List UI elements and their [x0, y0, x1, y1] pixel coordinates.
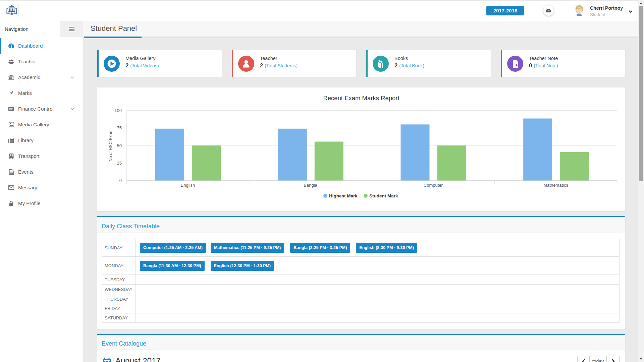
svg-text:25: 25 — [117, 161, 122, 166]
svg-text:Computer: Computer — [424, 183, 443, 188]
svg-text:English: English — [181, 183, 195, 188]
svg-text:50: 50 — [117, 143, 122, 148]
svg-text:100: 100 — [114, 108, 122, 113]
svg-text:75: 75 — [117, 125, 122, 130]
svg-text:Student Mark: Student Mark — [369, 193, 398, 198]
svg-text:VISA: VISA — [9, 108, 13, 110]
svg-text:Bangla: Bangla — [304, 183, 317, 188]
svg-text:No of HSC Exam: No of HSC Exam — [108, 129, 113, 161]
svg-text:Mathematics: Mathematics — [543, 183, 568, 188]
svg-text:0: 0 — [119, 178, 122, 183]
svg-text:Highest Mark: Highest Mark — [329, 193, 358, 198]
svg-text:Recent Exam Marks Report: Recent Exam Marks Report — [323, 95, 399, 102]
